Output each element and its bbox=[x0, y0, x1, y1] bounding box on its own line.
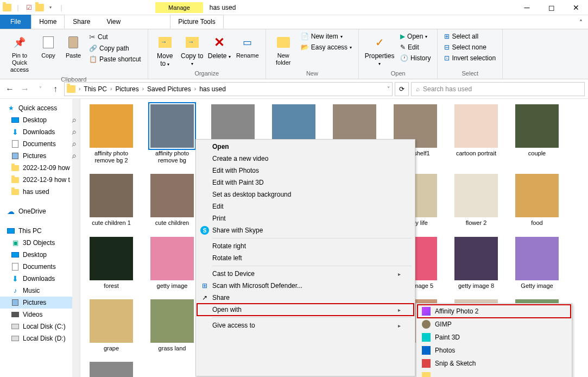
file-thumbnail[interactable]: couple bbox=[514, 104, 560, 164]
recent-dropdown-icon[interactable]: ˅ bbox=[34, 83, 47, 96]
sub-gimp[interactable]: GIMP bbox=[418, 318, 571, 331]
open-button[interactable]: ▶Open ▾ bbox=[398, 32, 433, 41]
ctx-rotate-left[interactable]: Rotate left bbox=[197, 252, 414, 264]
select-all-button[interactable]: ⊞Select all bbox=[442, 32, 498, 41]
file-thumbnail[interactable] bbox=[88, 362, 135, 377]
tab-home[interactable]: Home bbox=[31, 15, 65, 29]
sidebar-onedrive[interactable]: ☁OneDrive bbox=[0, 205, 80, 217]
sidebar-this-pc[interactable]: This PC bbox=[0, 225, 80, 237]
sidebar-documents[interactable]: Documents⚲ bbox=[0, 138, 80, 150]
ctx-edit-photos[interactable]: Edit with Photos bbox=[197, 165, 414, 177]
file-thumbnail[interactable]: forest bbox=[88, 237, 135, 290]
sub-more[interactable] bbox=[418, 370, 571, 377]
sub-paint3d[interactable]: Paint 3D bbox=[418, 331, 571, 344]
back-button[interactable]: ← bbox=[3, 83, 16, 96]
sidebar-quick-access[interactable]: ★Quick access bbox=[0, 102, 80, 114]
crumb-saved-pictures[interactable]: Saved Pictures bbox=[145, 84, 193, 94]
path-dropdown-icon[interactable]: ˅ bbox=[387, 86, 390, 92]
file-thumbnail[interactable]: flower 2 bbox=[453, 174, 500, 227]
ctx-create-video[interactable]: Create a new video bbox=[197, 153, 414, 165]
tab-picture-tools[interactable]: Picture Tools bbox=[170, 15, 223, 29]
file-thumbnail[interactable]: getty image 8 bbox=[453, 237, 500, 290]
ctx-edit[interactable]: Edit bbox=[197, 200, 414, 212]
sidebar-folder-1[interactable]: 2022-12-09 how bbox=[0, 162, 80, 174]
sidebar-folder-3[interactable]: has used bbox=[0, 186, 80, 198]
move-to-button[interactable]: Move to ▾ bbox=[153, 32, 178, 70]
sidebar-documents-pc[interactable]: Documents bbox=[0, 261, 80, 273]
ctx-edit-paint3d[interactable]: Edit with Paint 3D bbox=[197, 177, 414, 188]
new-item-button[interactable]: 📄New item ▾ bbox=[299, 32, 354, 41]
ctx-open[interactable]: Open bbox=[197, 141, 414, 153]
history-button[interactable]: 🕐History bbox=[398, 53, 433, 63]
edit-button[interactable]: ✎Edit bbox=[398, 42, 433, 52]
sidebar-desktop[interactable]: Desktop⚲ bbox=[0, 114, 80, 126]
up-button[interactable]: ↑ bbox=[49, 83, 62, 96]
ctx-scan-defender[interactable]: ⊞Scan with Microsoft Defender... bbox=[197, 280, 414, 292]
chevron-right-icon[interactable]: › bbox=[79, 86, 80, 92]
tab-view[interactable]: View bbox=[98, 15, 129, 29]
select-none-button[interactable]: ⊟Select none bbox=[442, 42, 498, 52]
ribbon-collapse-icon[interactable]: ˄ bbox=[574, 17, 588, 29]
qat-dropdown-icon[interactable]: ▾ bbox=[46, 3, 55, 12]
invert-selection-button[interactable]: ⊡Invert selection bbox=[442, 53, 498, 63]
maximize-button[interactable]: ◻ bbox=[539, 0, 564, 15]
file-thumbnail[interactable]: food bbox=[514, 174, 560, 227]
sidebar-local-d[interactable]: Local Disk (D:) bbox=[0, 332, 80, 344]
cut-button[interactable]: ✂Cut bbox=[87, 32, 143, 42]
crumb-this-pc[interactable]: This PC bbox=[81, 84, 109, 94]
ctx-cast[interactable]: Cast to Device▸ bbox=[197, 268, 414, 280]
file-thumbnail[interactable]: Getty image bbox=[514, 237, 560, 290]
file-thumbnail[interactable]: cartoon portrait bbox=[453, 104, 500, 164]
tab-file[interactable]: File bbox=[0, 15, 31, 29]
copy-button[interactable]: Copy bbox=[37, 32, 60, 61]
chevron-right-icon[interactable]: › bbox=[194, 86, 196, 92]
copy-to-button[interactable]: Copy to ▾ bbox=[180, 32, 205, 70]
sidebar-music[interactable]: ♪Music bbox=[0, 285, 80, 297]
file-thumbnail[interactable]: affinity photo remove bg bbox=[149, 104, 195, 164]
manage-contextual-tab[interactable]: Manage bbox=[155, 2, 203, 13]
folder-qat-icon[interactable] bbox=[35, 3, 45, 12]
scrollbar[interactable] bbox=[72, 99, 80, 377]
chevron-right-icon[interactable]: › bbox=[110, 86, 112, 92]
file-thumbnail[interactable]: grass land bbox=[149, 299, 195, 352]
refresh-button[interactable]: ⟳ bbox=[395, 82, 409, 96]
crumb-has-used[interactable]: has used bbox=[197, 84, 228, 94]
ctx-open-with[interactable]: Open with▸ bbox=[197, 304, 414, 316]
sidebar-videos[interactable]: Videos bbox=[0, 309, 80, 321]
properties-qat-icon[interactable]: ☑ bbox=[24, 3, 34, 12]
ctx-give-access[interactable]: Give access to▸ bbox=[197, 319, 414, 331]
close-button[interactable]: ✕ bbox=[564, 0, 588, 15]
file-thumbnail[interactable]: cute children 1 bbox=[88, 174, 135, 227]
sub-photos[interactable]: Photos bbox=[418, 344, 571, 357]
sidebar-3d-objects[interactable]: ▣3D Objects bbox=[0, 237, 80, 249]
forward-button[interactable]: → bbox=[18, 83, 31, 96]
ctx-share-skype[interactable]: SShare with Skype bbox=[197, 224, 414, 236]
sub-affinity-photo-2[interactable]: Affinity Photo 2 bbox=[418, 305, 571, 318]
minimize-button[interactable]: ─ bbox=[515, 0, 539, 15]
rename-button[interactable]: ▭ Rename bbox=[234, 32, 261, 61]
delete-button[interactable]: ✕ Delete ▾ bbox=[207, 32, 232, 62]
paste-shortcut-button[interactable]: 📋Paste shortcut bbox=[87, 54, 143, 64]
tab-share[interactable]: Share bbox=[65, 15, 98, 29]
ctx-set-background[interactable]: Set as desktop background bbox=[197, 188, 414, 200]
ctx-rotate-right[interactable]: Rotate right bbox=[197, 240, 414, 252]
ctx-print[interactable]: Print bbox=[197, 212, 414, 224]
pin-to-quick-access-button[interactable]: 📌 Pin to Quick access bbox=[4, 32, 35, 76]
crumb-pictures[interactable]: Pictures bbox=[113, 84, 141, 94]
file-thumbnail[interactable]: getty image bbox=[149, 237, 195, 290]
search-input[interactable]: ⌕ Search has used bbox=[411, 82, 585, 96]
sub-snip-sketch[interactable]: Snip & Sketch bbox=[418, 357, 571, 370]
new-folder-button[interactable]: New folder bbox=[270, 32, 296, 68]
ctx-share[interactable]: ↗Share bbox=[197, 292, 414, 304]
sidebar-folder-2[interactable]: 2022-12-9 how t bbox=[0, 174, 80, 186]
sidebar-downloads-pc[interactable]: ⬇Downloads bbox=[0, 273, 80, 285]
file-thumbnail[interactable]: cute children bbox=[149, 174, 195, 227]
file-thumbnail[interactable]: affinity photo remove bg 2 bbox=[88, 104, 135, 164]
sidebar-pictures[interactable]: Pictures⚲ bbox=[0, 150, 80, 162]
copy-path-button[interactable]: 🔗Copy path bbox=[87, 43, 143, 53]
chevron-right-icon[interactable]: › bbox=[142, 86, 144, 92]
properties-button[interactable]: ✓ Properties ▾ bbox=[363, 32, 396, 70]
sidebar-local-c[interactable]: Local Disk (C:) bbox=[0, 321, 80, 332]
sidebar-pictures-pc[interactable]: Pictures bbox=[0, 297, 80, 309]
paste-button[interactable]: Paste bbox=[62, 32, 85, 61]
